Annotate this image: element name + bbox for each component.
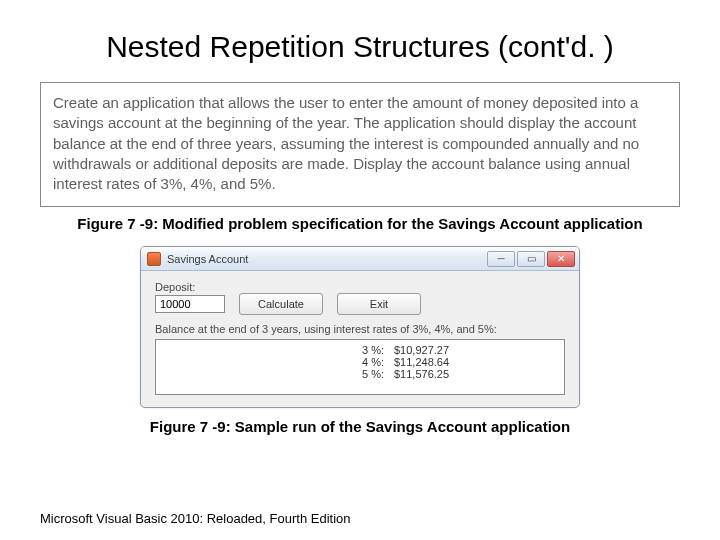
window-title: Savings Account	[167, 253, 481, 265]
window-controls: ─ ▭ ✕	[487, 251, 575, 267]
minimize-button[interactable]: ─	[487, 251, 515, 267]
app-icon	[147, 252, 161, 266]
result-rate: 4 %:	[164, 356, 384, 368]
result-line: 3 %: $10,927.27	[164, 344, 556, 356]
app-window: Savings Account ─ ▭ ✕ Deposit: Calculate…	[140, 246, 580, 408]
figure-caption-1: Figure 7 -9: Modified problem specificat…	[40, 215, 680, 232]
slide-title: Nested Repetition Structures (cont'd. )	[40, 30, 680, 64]
problem-specification-text: Create an application that allows the us…	[53, 94, 639, 192]
result-line: 5 %: $11,576.25	[164, 368, 556, 380]
result-value: $11,576.25	[384, 368, 449, 380]
window-titlebar: Savings Account ─ ▭ ✕	[141, 247, 579, 271]
calculate-button[interactable]: Calculate	[239, 293, 323, 315]
figure-caption-2: Figure 7 -9: Sample run of the Savings A…	[40, 418, 680, 435]
result-rate: 5 %:	[164, 368, 384, 380]
deposit-input[interactable]	[155, 295, 225, 313]
exit-button[interactable]: Exit	[337, 293, 421, 315]
deposit-label: Deposit:	[155, 281, 565, 293]
result-line: 4 %: $11,248.64	[164, 356, 556, 368]
window-client-area: Deposit: Calculate Exit Balance at the e…	[141, 271, 579, 407]
results-box: 3 %: $10,927.27 4 %: $11,248.64 5 %: $11…	[155, 339, 565, 395]
result-value: $10,927.27	[384, 344, 449, 356]
footer-text: Microsoft Visual Basic 2010: Reloaded, F…	[40, 511, 350, 526]
problem-specification-box: Create an application that allows the us…	[40, 82, 680, 207]
result-rate: 3 %:	[164, 344, 384, 356]
maximize-button[interactable]: ▭	[517, 251, 545, 267]
result-value: $11,248.64	[384, 356, 449, 368]
balance-label: Balance at the end of 3 years, using int…	[155, 323, 565, 335]
close-button[interactable]: ✕	[547, 251, 575, 267]
